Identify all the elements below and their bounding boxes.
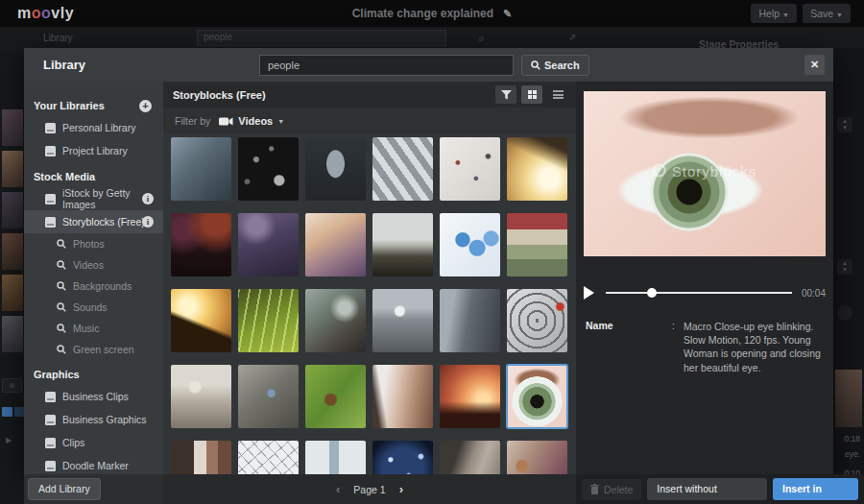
sidebar-subitem-videos[interactable]: Videos bbox=[24, 254, 163, 276]
background-asset-thumb bbox=[2, 151, 23, 187]
thumbnail-two-faces[interactable] bbox=[171, 441, 231, 474]
sidebar-section-header: Your Libraries+ bbox=[24, 95, 163, 116]
sidebar-item-business-clips[interactable]: Business Clips bbox=[24, 385, 163, 408]
thumbnail-umbrella-street[interactable] bbox=[171, 365, 231, 428]
insert-in-project-button[interactable]: Insert in Project bbox=[773, 478, 858, 500]
thumbnail-sunset-hill[interactable] bbox=[171, 289, 231, 352]
search-icon bbox=[57, 345, 66, 354]
thumbnail-dark-archway[interactable] bbox=[305, 137, 366, 201]
close-button[interactable]: ✕ bbox=[804, 55, 825, 75]
delete-button[interactable]: Delete bbox=[582, 479, 641, 500]
background-search-input[interactable]: people bbox=[197, 30, 446, 46]
search-icon bbox=[57, 239, 66, 249]
thumbnail-festival-crowd[interactable] bbox=[238, 213, 299, 276]
thumbnail-street-crowd[interactable] bbox=[171, 137, 231, 201]
thumbnail-plaza-aerial[interactable] bbox=[440, 137, 500, 201]
next-page-button[interactable]: › bbox=[399, 482, 403, 496]
library-content: Storyblocks (Free) Filter by Vi bbox=[163, 82, 576, 474]
sidebar-item-personal-library[interactable]: Personal Library bbox=[24, 116, 163, 139]
help-button[interactable]: Help▼ bbox=[751, 4, 797, 23]
background-asset-thumb bbox=[2, 233, 23, 270]
save-button[interactable]: Save▼ bbox=[803, 4, 851, 23]
sidebar-subitem-music[interactable]: Music bbox=[24, 318, 163, 339]
library-search-input[interactable] bbox=[259, 55, 514, 76]
background-search-icon[interactable]: ⌕ bbox=[478, 32, 485, 45]
sidebar-item-doodle-marker[interactable]: Doodle Marker bbox=[24, 454, 163, 474]
thumbnail-beanie-man[interactable] bbox=[440, 441, 500, 474]
thumbnail-parade-crowd[interactable] bbox=[507, 213, 567, 276]
sidebar-item-project-library[interactable]: Project Library bbox=[24, 139, 163, 162]
background-caret-icon[interactable]: ▶ bbox=[6, 436, 12, 444]
sidebar-subitem-photos[interactable]: Photos bbox=[24, 233, 163, 254]
thumbnail-blue-figures[interactable] bbox=[440, 213, 500, 276]
thumbnail-network-diagram[interactable] bbox=[238, 441, 299, 474]
library-icon bbox=[45, 146, 56, 156]
library-icon bbox=[45, 392, 56, 402]
seek-bar[interactable] bbox=[606, 292, 792, 294]
edit-title-icon[interactable]: ✎ bbox=[503, 8, 512, 20]
sidebar-item-clips[interactable]: Clips bbox=[24, 431, 163, 454]
thumbnail-blue-particles[interactable] bbox=[372, 441, 433, 474]
storyblocks-logo-icon bbox=[653, 164, 666, 178]
thumbnail-friends-group[interactable] bbox=[507, 441, 567, 474]
insert-without-background-button[interactable]: Insert without background bbox=[647, 478, 767, 500]
footer-actions: Delete Insert without background Insert … bbox=[576, 474, 864, 504]
footer-left: Add Library bbox=[24, 474, 163, 504]
thumbnail-dark-bokeh[interactable] bbox=[238, 137, 299, 201]
thumbnail-crosswalk-aerial[interactable] bbox=[372, 137, 433, 201]
thumbnail-grass-field[interactable] bbox=[305, 365, 366, 428]
thumbnail-concert-crowd[interactable] bbox=[171, 213, 231, 276]
background-library-tab[interactable]: Library bbox=[43, 33, 73, 43]
thumbnail-hand-sunlight[interactable] bbox=[507, 137, 567, 201]
sidebar-subitem-backgrounds[interactable]: Backgrounds bbox=[24, 276, 163, 297]
thumbnail-street-pedestrians[interactable] bbox=[372, 289, 433, 352]
seek-knob[interactable] bbox=[647, 288, 657, 298]
thumbnail-subway-riders[interactable] bbox=[440, 289, 500, 352]
thumbnail-city-buildings[interactable] bbox=[305, 441, 366, 474]
sidebar-subitem-sounds[interactable]: Sounds bbox=[24, 297, 163, 318]
thumbnail-figurine-crowd[interactable] bbox=[507, 289, 567, 352]
add-icon[interactable]: + bbox=[139, 100, 152, 112]
background-expand-icon[interactable]: ⇗ bbox=[568, 32, 576, 42]
trash-icon bbox=[590, 484, 599, 494]
search-icon bbox=[57, 302, 66, 312]
info-icon[interactable]: i bbox=[142, 216, 154, 228]
info-icon[interactable]: i bbox=[142, 193, 154, 204]
media-type-dropdown[interactable]: Videos ▼ bbox=[219, 115, 284, 127]
thumbnail-dancing-crowd[interactable] bbox=[305, 289, 366, 352]
storyblocks-watermark: Storyblocks bbox=[653, 162, 757, 179]
sidebar-item-storyblocks-free-[interactable]: Storyblocks (Free)i bbox=[24, 210, 163, 233]
filter-button[interactable] bbox=[495, 85, 516, 104]
background-upload-button[interactable]: ⊕ bbox=[2, 378, 22, 393]
play-button[interactable] bbox=[584, 286, 594, 300]
asset-name-row: Name : Macro Close-up eye blinking. Slow… bbox=[586, 320, 826, 374]
sidebar-item-istock-by-getty-images[interactable]: iStock by Getty Imagesi bbox=[24, 187, 163, 210]
prev-page-button[interactable]: ‹ bbox=[336, 482, 340, 496]
search-icon bbox=[57, 281, 66, 291]
background-stepper[interactable]: ▲▼ bbox=[837, 117, 852, 132]
modal-footer: Add Library ‹ Page 1 › Delete Insert wit… bbox=[24, 474, 864, 504]
background-asset-thumb bbox=[2, 275, 23, 311]
sidebar-item-business-graphics[interactable]: Business Graphics bbox=[24, 408, 163, 431]
search-button[interactable]: Search bbox=[521, 55, 589, 76]
sidebar-subitem-green-screen[interactable]: Green screen bbox=[24, 339, 163, 360]
add-library-button[interactable]: Add Library bbox=[28, 478, 101, 500]
thumbnail-couple-walking[interactable] bbox=[305, 213, 366, 276]
background-lock-icon[interactable] bbox=[837, 305, 852, 321]
grid-view-button[interactable] bbox=[521, 85, 542, 104]
thumbnail-sunset-group[interactable] bbox=[440, 365, 500, 428]
list-view-button[interactable] bbox=[547, 85, 568, 104]
chevron-down-icon: ▼ bbox=[277, 118, 284, 125]
sidebar-section-header: Stock Media bbox=[24, 166, 163, 187]
preview-video[interactable]: Storyblocks bbox=[584, 91, 826, 256]
thumbnail-green-matrix[interactable] bbox=[238, 289, 299, 352]
background-duration: 0:18 bbox=[844, 434, 860, 444]
background-stepper[interactable]: ▲▼ bbox=[837, 259, 852, 275]
thumbnail-woman-portrait[interactable] bbox=[372, 365, 433, 428]
thumbnail-beach-silhouettes[interactable] bbox=[372, 213, 433, 276]
background-list-icon[interactable] bbox=[2, 407, 12, 417]
thumbnail-city-walkers[interactable] bbox=[238, 365, 299, 428]
library-modal: Library Search ✕ Your Libraries+Personal… bbox=[24, 48, 833, 474]
thumbnail-eye-closeup[interactable] bbox=[507, 365, 567, 428]
search-icon bbox=[57, 324, 66, 333]
